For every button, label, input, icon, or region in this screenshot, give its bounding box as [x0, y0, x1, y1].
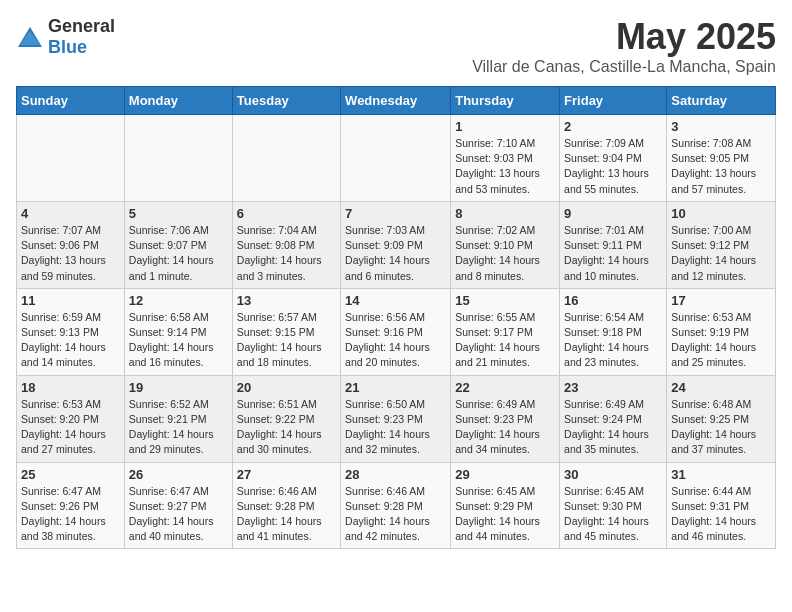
calendar-cell: [341, 115, 451, 202]
day-info: Sunrise: 6:50 AM Sunset: 9:23 PM Dayligh…: [345, 397, 446, 458]
day-info: Sunrise: 7:02 AM Sunset: 9:10 PM Dayligh…: [455, 223, 555, 284]
day-info: Sunrise: 6:47 AM Sunset: 9:27 PM Dayligh…: [129, 484, 228, 545]
calendar-cell: 2Sunrise: 7:09 AM Sunset: 9:04 PM Daylig…: [560, 115, 667, 202]
calendar-cell: 28Sunrise: 6:46 AM Sunset: 9:28 PM Dayli…: [341, 462, 451, 549]
calendar-table: SundayMondayTuesdayWednesdayThursdayFrid…: [16, 86, 776, 549]
calendar-cell: 11Sunrise: 6:59 AM Sunset: 9:13 PM Dayli…: [17, 288, 125, 375]
day-number: 12: [129, 293, 228, 308]
calendar-week-row: 4Sunrise: 7:07 AM Sunset: 9:06 PM Daylig…: [17, 201, 776, 288]
calendar-cell: 26Sunrise: 6:47 AM Sunset: 9:27 PM Dayli…: [124, 462, 232, 549]
day-info: Sunrise: 7:04 AM Sunset: 9:08 PM Dayligh…: [237, 223, 336, 284]
day-info: Sunrise: 7:08 AM Sunset: 9:05 PM Dayligh…: [671, 136, 771, 197]
calendar-cell: 1Sunrise: 7:10 AM Sunset: 9:03 PM Daylig…: [451, 115, 560, 202]
calendar-cell: 10Sunrise: 7:00 AM Sunset: 9:12 PM Dayli…: [667, 201, 776, 288]
day-number: 28: [345, 467, 446, 482]
day-info: Sunrise: 6:48 AM Sunset: 9:25 PM Dayligh…: [671, 397, 771, 458]
month-title: May 2025: [472, 16, 776, 58]
day-info: Sunrise: 6:46 AM Sunset: 9:28 PM Dayligh…: [345, 484, 446, 545]
calendar-cell: 9Sunrise: 7:01 AM Sunset: 9:11 PM Daylig…: [560, 201, 667, 288]
day-number: 8: [455, 206, 555, 221]
day-info: Sunrise: 6:47 AM Sunset: 9:26 PM Dayligh…: [21, 484, 120, 545]
calendar-cell: 3Sunrise: 7:08 AM Sunset: 9:05 PM Daylig…: [667, 115, 776, 202]
calendar-cell: 19Sunrise: 6:52 AM Sunset: 9:21 PM Dayli…: [124, 375, 232, 462]
weekday-header: Friday: [560, 87, 667, 115]
calendar-cell: 15Sunrise: 6:55 AM Sunset: 9:17 PM Dayli…: [451, 288, 560, 375]
weekday-header: Monday: [124, 87, 232, 115]
location-title: Villar de Canas, Castille-La Mancha, Spa…: [472, 58, 776, 76]
calendar-cell: 25Sunrise: 6:47 AM Sunset: 9:26 PM Dayli…: [17, 462, 125, 549]
day-info: Sunrise: 7:06 AM Sunset: 9:07 PM Dayligh…: [129, 223, 228, 284]
day-number: 29: [455, 467, 555, 482]
calendar-cell: 8Sunrise: 7:02 AM Sunset: 9:10 PM Daylig…: [451, 201, 560, 288]
day-info: Sunrise: 6:45 AM Sunset: 9:29 PM Dayligh…: [455, 484, 555, 545]
day-info: Sunrise: 6:51 AM Sunset: 9:22 PM Dayligh…: [237, 397, 336, 458]
calendar-cell: 24Sunrise: 6:48 AM Sunset: 9:25 PM Dayli…: [667, 375, 776, 462]
day-info: Sunrise: 6:53 AM Sunset: 9:20 PM Dayligh…: [21, 397, 120, 458]
day-info: Sunrise: 6:54 AM Sunset: 9:18 PM Dayligh…: [564, 310, 662, 371]
day-info: Sunrise: 7:01 AM Sunset: 9:11 PM Dayligh…: [564, 223, 662, 284]
day-number: 17: [671, 293, 771, 308]
day-info: Sunrise: 6:49 AM Sunset: 9:23 PM Dayligh…: [455, 397, 555, 458]
day-info: Sunrise: 7:07 AM Sunset: 9:06 PM Dayligh…: [21, 223, 120, 284]
weekday-header: Tuesday: [232, 87, 340, 115]
day-info: Sunrise: 6:55 AM Sunset: 9:17 PM Dayligh…: [455, 310, 555, 371]
calendar-cell: 12Sunrise: 6:58 AM Sunset: 9:14 PM Dayli…: [124, 288, 232, 375]
day-number: 10: [671, 206, 771, 221]
calendar-cell: 5Sunrise: 7:06 AM Sunset: 9:07 PM Daylig…: [124, 201, 232, 288]
calendar-cell: 20Sunrise: 6:51 AM Sunset: 9:22 PM Dayli…: [232, 375, 340, 462]
calendar-week-row: 18Sunrise: 6:53 AM Sunset: 9:20 PM Dayli…: [17, 375, 776, 462]
day-number: 26: [129, 467, 228, 482]
calendar-cell: 6Sunrise: 7:04 AM Sunset: 9:08 PM Daylig…: [232, 201, 340, 288]
weekday-header: Wednesday: [341, 87, 451, 115]
day-number: 9: [564, 206, 662, 221]
day-number: 16: [564, 293, 662, 308]
calendar-cell: 23Sunrise: 6:49 AM Sunset: 9:24 PM Dayli…: [560, 375, 667, 462]
calendar-cell: 21Sunrise: 6:50 AM Sunset: 9:23 PM Dayli…: [341, 375, 451, 462]
day-info: Sunrise: 6:44 AM Sunset: 9:31 PM Dayligh…: [671, 484, 771, 545]
day-number: 3: [671, 119, 771, 134]
day-number: 22: [455, 380, 555, 395]
day-number: 6: [237, 206, 336, 221]
day-number: 1: [455, 119, 555, 134]
day-number: 15: [455, 293, 555, 308]
day-number: 24: [671, 380, 771, 395]
day-info: Sunrise: 7:03 AM Sunset: 9:09 PM Dayligh…: [345, 223, 446, 284]
day-number: 27: [237, 467, 336, 482]
day-info: Sunrise: 6:53 AM Sunset: 9:19 PM Dayligh…: [671, 310, 771, 371]
day-info: Sunrise: 6:52 AM Sunset: 9:21 PM Dayligh…: [129, 397, 228, 458]
logo-general: General: [48, 16, 115, 36]
day-info: Sunrise: 7:09 AM Sunset: 9:04 PM Dayligh…: [564, 136, 662, 197]
page-header: General Blue May 2025 Villar de Canas, C…: [16, 16, 776, 76]
day-number: 2: [564, 119, 662, 134]
day-info: Sunrise: 6:49 AM Sunset: 9:24 PM Dayligh…: [564, 397, 662, 458]
svg-marker-1: [20, 31, 40, 45]
day-number: 14: [345, 293, 446, 308]
day-info: Sunrise: 6:59 AM Sunset: 9:13 PM Dayligh…: [21, 310, 120, 371]
day-number: 7: [345, 206, 446, 221]
day-number: 25: [21, 467, 120, 482]
day-number: 20: [237, 380, 336, 395]
calendar-cell: [232, 115, 340, 202]
calendar-cell: 4Sunrise: 7:07 AM Sunset: 9:06 PM Daylig…: [17, 201, 125, 288]
weekday-header: Sunday: [17, 87, 125, 115]
logo-blue: Blue: [48, 37, 87, 57]
weekday-row: SundayMondayTuesdayWednesdayThursdayFrid…: [17, 87, 776, 115]
day-number: 23: [564, 380, 662, 395]
day-info: Sunrise: 6:57 AM Sunset: 9:15 PM Dayligh…: [237, 310, 336, 371]
day-number: 21: [345, 380, 446, 395]
logo-icon: [16, 25, 44, 49]
calendar-cell: 22Sunrise: 6:49 AM Sunset: 9:23 PM Dayli…: [451, 375, 560, 462]
day-info: Sunrise: 7:00 AM Sunset: 9:12 PM Dayligh…: [671, 223, 771, 284]
calendar-cell: 30Sunrise: 6:45 AM Sunset: 9:30 PM Dayli…: [560, 462, 667, 549]
day-number: 31: [671, 467, 771, 482]
logo-text: General Blue: [48, 16, 115, 58]
calendar-body: 1Sunrise: 7:10 AM Sunset: 9:03 PM Daylig…: [17, 115, 776, 549]
calendar-week-row: 11Sunrise: 6:59 AM Sunset: 9:13 PM Dayli…: [17, 288, 776, 375]
calendar-cell: 31Sunrise: 6:44 AM Sunset: 9:31 PM Dayli…: [667, 462, 776, 549]
day-number: 13: [237, 293, 336, 308]
day-number: 19: [129, 380, 228, 395]
day-number: 4: [21, 206, 120, 221]
weekday-header: Saturday: [667, 87, 776, 115]
day-info: Sunrise: 7:10 AM Sunset: 9:03 PM Dayligh…: [455, 136, 555, 197]
day-info: Sunrise: 6:56 AM Sunset: 9:16 PM Dayligh…: [345, 310, 446, 371]
